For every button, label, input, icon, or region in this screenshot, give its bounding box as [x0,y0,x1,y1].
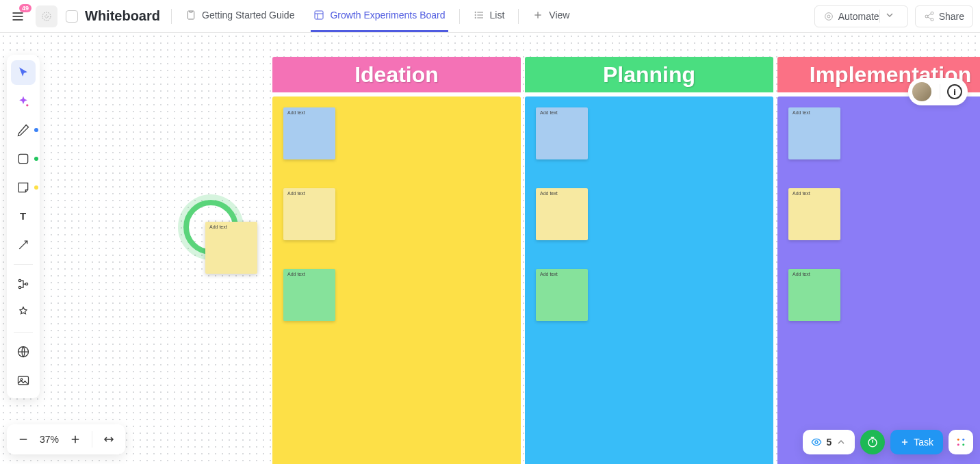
apps-button[interactable] [949,430,973,454]
svg-point-28 [25,283,27,285]
zoom-value[interactable]: 37% [40,434,59,445]
column-planning[interactable]: Planning Add text Add text Add text [525,57,773,464]
sticky-note[interactable]: Add text [536,107,588,159]
stamp-tool[interactable] [11,300,36,325]
tab-label: View [549,10,569,21]
sticky-note[interactable]: Add text [283,269,335,321]
svg-point-12 [475,17,476,18]
bottom-right-controls: 5 Task [803,430,973,454]
pen-tool[interactable] [11,118,36,142]
zoom-out-button[interactable] [12,428,34,450]
column-header[interactable]: Ideation [272,57,521,92]
svg-line-25 [19,241,27,249]
zoom-in-button[interactable] [64,428,86,450]
ai-tool[interactable] [11,89,36,114]
timer-button[interactable] [860,430,885,454]
svg-point-44 [957,443,959,446]
svg-point-42 [957,439,959,441]
viewers-count: 5 [826,437,831,448]
svg-point-22 [26,104,28,106]
tab-getting-started[interactable]: Getting Started Guide [183,1,297,32]
sticky-note-tool[interactable] [11,175,36,200]
info-button[interactable]: i [947,84,962,99]
svg-rect-23 [18,154,27,163]
image-tool[interactable] [11,368,36,393]
automate-label: Automate [838,11,879,22]
svg-point-27 [18,286,21,288]
kanban-board: Ideation Add text Add text Add text Plan… [272,57,980,464]
fit-to-screen-button[interactable] [98,428,120,450]
sticky-note[interactable]: Add text [788,269,840,321]
svg-point-16 [825,12,832,20]
location-button[interactable] [36,5,57,27]
svg-point-17 [931,12,933,14]
automate-dropdown[interactable] [879,10,899,23]
column-body[interactable]: Add text Add text Add text [777,96,980,464]
svg-line-20 [927,14,931,16]
svg-point-15 [827,15,830,18]
color-indicator [34,157,38,161]
tab-label: Getting Started Guide [202,10,294,21]
doc-type-indicator [66,10,78,23]
separator [14,332,33,333]
column-body[interactable]: Add text Add text Add text [525,96,773,464]
page-title: Whiteboard [85,8,160,24]
svg-line-21 [927,17,931,19]
tools-toolbar: T [7,55,40,398]
viewers-button[interactable]: 5 [803,430,855,454]
user-avatar[interactable] [911,81,933,103]
whiteboard-canvas[interactable]: Ideation Add text Add text Add text Plan… [0,33,980,464]
svg-point-3 [45,14,49,18]
sticky-note[interactable]: Add text [283,188,335,240]
svg-point-43 [962,439,964,441]
tab-label: Growth Experiments Board [330,10,445,21]
separator [171,9,172,24]
color-indicator [34,185,38,190]
color-indicator [34,128,38,132]
tab-list[interactable]: List [471,1,508,32]
share-button[interactable]: Share [915,5,973,27]
separator [518,9,519,24]
sticky-note[interactable]: Add text [536,188,588,240]
separator [940,84,940,99]
create-task-button[interactable]: Task [890,430,943,454]
task-label: Task [914,437,933,448]
text-tool[interactable]: T [11,204,36,229]
separator [92,431,92,448]
svg-text:T: T [20,210,26,222]
add-view-button[interactable]: View [530,1,572,32]
svg-point-26 [18,279,21,281]
svg-point-10 [475,12,476,12]
column-implementation[interactable]: Implementation Add text Add text Add tex… [777,57,980,464]
svg-point-18 [925,15,928,18]
sticky-note[interactable]: Add text [788,188,840,240]
sticky-note[interactable]: Add text [788,107,840,159]
column-header[interactable]: Planning [525,57,773,92]
zoom-control: 37% [7,424,125,454]
sticky-note[interactable]: Add text [283,107,335,159]
svg-point-11 [475,14,476,15]
select-tool[interactable] [11,60,36,85]
share-label: Share [939,11,964,22]
column-body[interactable]: Add text Add text Add text [272,96,521,464]
connector-tool[interactable] [11,233,36,257]
column-ideation[interactable]: Ideation Add text Add text Add text [272,57,521,464]
separator [14,264,33,265]
svg-point-19 [931,18,933,21]
svg-point-4 [42,12,51,21]
app-header: 49 Whiteboard Getting Started Guide Grow… [0,0,980,33]
menu-button[interactable]: 49 [7,5,29,27]
svg-rect-6 [315,11,323,19]
sticky-note[interactable]: Add text [536,269,588,321]
sticky-note-floating[interactable]: Add text [205,222,257,274]
svg-point-45 [962,443,964,446]
tab-label: List [490,10,505,21]
tab-growth-board[interactable]: Growth Experiments Board [311,1,448,32]
chevron-up-icon [836,437,847,448]
presence-bar: i [908,78,968,105]
shape-tool[interactable] [11,146,36,171]
mindmap-tool[interactable] [11,272,36,296]
web-tool[interactable] [11,339,36,364]
automate-button[interactable]: Automate [814,5,908,27]
svg-point-36 [815,441,818,443]
